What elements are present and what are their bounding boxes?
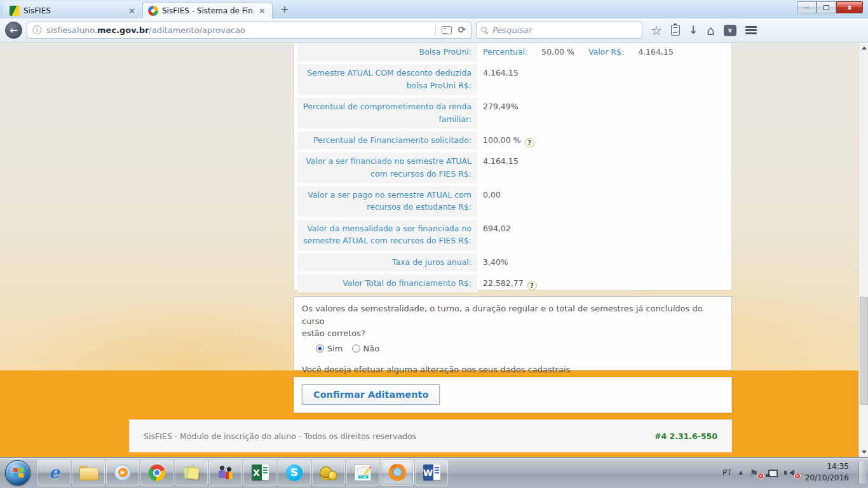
scrollbar-thumb[interactable] (860, 297, 868, 405)
confirm-button-strip: Confirmar Aditamento (294, 377, 732, 413)
downloads-icon[interactable]: ↓ (689, 25, 698, 36)
tab-sisfies-sistema[interactable]: SisFIES - Sistema de Financ... × (142, 2, 273, 18)
help-icon[interactable]: ? (525, 138, 534, 147)
coins-icon (320, 465, 337, 480)
tab-close-icon[interactable]: × (127, 6, 137, 15)
row-value: Percentual: 50,00 % Valor R$: 4.164,15 (477, 43, 674, 61)
row-label: Valor a ser pago no semestre ATUAL com r… (297, 186, 477, 217)
row-label: Percentual de Financiamento solicitado: (297, 132, 477, 149)
row-value: 0,00 (477, 186, 501, 217)
folder-icon (79, 466, 97, 479)
taskbar-windows-explorer[interactable] (72, 460, 105, 485)
q1-nao-radio[interactable] (352, 344, 360, 353)
start-button[interactable] (5, 460, 31, 485)
tab-strip: SisFIES × SisFIES - Sistema de Financ...… (0, 0, 868, 18)
scroll-up-arrow[interactable] (859, 43, 868, 53)
table-row: Valor Total do financiamento R$: 22.582,… (297, 274, 728, 292)
table-row: Valor da mensalidade a ser financiada no… (297, 220, 728, 250)
language-indicator[interactable]: PT (722, 468, 732, 477)
taskbar-internet-explorer[interactable]: e (37, 460, 71, 485)
show-desktop-button[interactable] (858, 461, 867, 484)
muted-badge: × (794, 473, 801, 479)
taskbar-word[interactable]: W (415, 460, 448, 485)
row-value: 279,49% (477, 98, 519, 128)
minimize-button[interactable]: — (797, 1, 817, 13)
taskbar-people-app[interactable] (209, 460, 242, 485)
row-value: 4.164,15 (477, 152, 519, 183)
tab-close-icon[interactable]: × (257, 6, 267, 15)
search-icon[interactable] (481, 27, 488, 34)
tab-title: SisFIES - Sistema de Financ... (162, 6, 254, 15)
help-icon[interactable]: ? (527, 281, 537, 290)
table-row: Semestre ATUAL COM desconto deduzida bol… (297, 64, 728, 95)
taskbar-excel[interactable]: X (243, 460, 276, 485)
bookmark-star-icon[interactable]: ☆ (651, 24, 662, 37)
word-icon: W (423, 464, 440, 480)
row-value: 4.164,15 (477, 64, 519, 95)
pocket-icon[interactable]: ∨ (724, 25, 736, 36)
table-row: Valor a ser pago no semestre ATUAL com r… (297, 186, 728, 217)
confirmation-questions-box: Os valores da semestralidade, o turno, a… (294, 296, 732, 370)
home-icon[interactable]: ⌂ (707, 24, 715, 37)
speaker-icon (789, 470, 794, 476)
windows-logo-icon (13, 468, 24, 478)
sica-icon: SICA (355, 464, 371, 481)
question-2-line1: Você deseja efetuar alguma alteração nos… (302, 365, 570, 374)
network-icon[interactable] (768, 467, 780, 478)
sisfies-flag-favicon (10, 6, 20, 16)
reader-mode-icon[interactable] (442, 26, 452, 34)
tab-sisfies[interactable]: SisFIES × (4, 2, 142, 18)
taskbar-skype[interactable]: S (278, 460, 311, 485)
hamburger-menu-icon[interactable] (745, 26, 759, 34)
row-value-text: 100,00 % (483, 135, 521, 145)
taskbar-firefox[interactable] (381, 460, 414, 485)
valor-value: 4.164,15 (638, 47, 674, 57)
row-value: 100,00 %? (477, 132, 534, 149)
system-tray: PT ▲ ⚑ × × 14:35 20/10/2016 (722, 461, 868, 484)
url-bar[interactable]: ⓘ sisfiesaluno.mec.gov.br/aditamento/apr… (27, 22, 471, 39)
bookmarks-menu-icon[interactable] (671, 25, 680, 36)
taskbar-coins-app[interactable] (312, 460, 345, 485)
action-center-icon[interactable]: ⚑ × (750, 467, 761, 478)
new-tab-button[interactable]: + (276, 3, 293, 17)
taskbar-sica-app[interactable]: SICA (346, 460, 379, 485)
skype-icon: S (286, 464, 302, 481)
back-button[interactable]: ← (5, 22, 22, 39)
confirm-aditamento-button[interactable]: Confirmar Aditamento (302, 384, 440, 405)
close-button[interactable]: x (836, 1, 863, 13)
footer-copyright: SisFIES - Módulo de inscrição do aluno -… (144, 431, 416, 441)
search-input[interactable] (492, 25, 637, 35)
row-label: Semestre ATUAL COM desconto deduzida bol… (297, 64, 477, 95)
url-path: /aditamento/aprovacao (149, 25, 245, 35)
chrome-icon (149, 464, 165, 481)
excel-icon: X (252, 464, 269, 480)
q1-nao-label: Não (363, 342, 380, 355)
row-value: 694,02 (477, 220, 511, 250)
vertical-scrollbar[interactable] (858, 43, 868, 457)
sisfies-wheel-favicon (148, 6, 158, 16)
tray-expander-icon[interactable]: ▲ (739, 470, 743, 475)
taskbar-chrome[interactable] (140, 460, 173, 485)
table-row: Percentual de comprometimento da renda f… (297, 98, 728, 128)
q1-sim-label: Sim (327, 342, 343, 355)
internet-explorer-icon: e (48, 464, 59, 481)
financing-summary-panel: Bolsa ProUni: Percentual: 50,00 % Valor … (294, 43, 732, 290)
window-controls: — x (797, 1, 863, 13)
volume-icon[interactable]: × (787, 467, 798, 478)
monitor-icon (768, 470, 778, 477)
restore-button[interactable] (817, 1, 836, 13)
taskbar-sticky-notes[interactable] (175, 460, 208, 485)
search-box[interactable] (476, 22, 642, 39)
scroll-down-arrow[interactable] (859, 447, 868, 457)
reload-icon[interactable]: ⟳ (458, 25, 466, 35)
triangle-up-icon (862, 46, 867, 50)
site-info-icon[interactable]: ⓘ (32, 25, 41, 36)
table-row: Taxa de juros anual: 3,40% (297, 254, 728, 271)
clock-date: 20/10/2016 (805, 473, 849, 482)
taskbar-media-player[interactable]: ▶ (106, 460, 139, 485)
question-1-text: Os valores da semestralidade, o turno, a… (302, 302, 724, 340)
toolbar-icons: ☆ ↓ ⌂ ∨ (651, 24, 759, 37)
q1-sim-radio[interactable] (316, 344, 324, 353)
media-player-icon: ▶ (114, 464, 131, 481)
clock[interactable]: 14:35 20/10/2016 (805, 461, 851, 484)
